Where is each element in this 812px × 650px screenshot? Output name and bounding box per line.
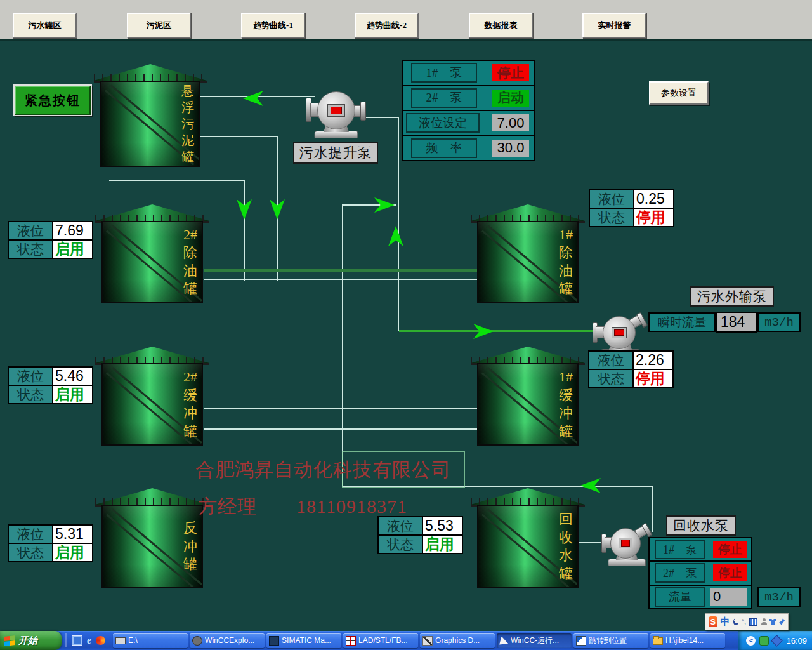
status-value: 启用 [53, 386, 92, 403]
emergency-button[interactable]: 紧急按钮 [13, 84, 92, 116]
windows-logo-icon [4, 635, 15, 646]
watermark-company: 合肥鸿昇自动化科技有限公司 [195, 457, 451, 483]
wincc-explorer-icon [192, 636, 202, 646]
transfer-pump-nameplate: 污水外输泵 [690, 286, 774, 307]
pipe [109, 180, 245, 181]
status-value: 停用 [634, 209, 673, 226]
drive-icon [115, 637, 126, 644]
pump-flange [360, 102, 366, 121]
recycle-pump1-label: 1# 泵 [655, 540, 705, 559]
nav-button-sewage-tank-area[interactable]: 污水罐区 [13, 13, 77, 38]
internet-explorer-icon[interactable]: e [87, 636, 91, 645]
nav-button-sludge-area[interactable]: 污泥区 [127, 13, 191, 38]
recycle-pump2-label: 2# 泵 [655, 563, 705, 583]
pipe [244, 180, 245, 281]
instant-flow-value: 184 [716, 312, 757, 333]
taskbar-task-lad-stl-fbd[interactable]: LAD/STL/FB... [343, 633, 418, 648]
instant-flow-unit: m3/h [757, 312, 801, 332]
level-panel-deoiler-1: 液位 0.25 状态 停用 [589, 189, 674, 227]
level-setpoint-field[interactable]: 7.00 [492, 114, 529, 131]
level-value: 5.53 [423, 517, 462, 534]
tank-buffer-2: 2# 缓 冲 罐 [102, 345, 203, 446]
show-desktop-icon[interactable] [72, 635, 82, 646]
tray-network-icon[interactable] [771, 635, 783, 646]
simatic-icon [269, 636, 279, 646]
media-app-icon[interactable] [96, 636, 105, 645]
flow-arrow-left-icon [243, 91, 263, 106]
status-label: 状态 [590, 209, 634, 226]
nav-button-realtime-alarm[interactable]: 实时报警 [582, 13, 646, 38]
panel-row: 液位设定 7.00 [403, 111, 534, 136]
parameter-settings-button[interactable]: 参数设置 [649, 81, 709, 105]
pipe [204, 408, 477, 409]
tank-label: 反 冲 罐 [181, 519, 200, 574]
lift-pump-control-panel: 1# 泵 停止 2# 泵 启动 液位设定 7.00 频 率 30.0 [402, 60, 535, 161]
sogou-ime-icon[interactable]: S [709, 616, 717, 627]
account-icon[interactable] [761, 618, 766, 625]
recycle-flow-value: 0 [710, 588, 747, 606]
start-button[interactable]: 开始 [0, 631, 62, 650]
status-label: 状态 [589, 370, 634, 387]
panel-row: 1# 泵 停止 [403, 61, 534, 86]
pipe [342, 204, 343, 487]
tank-suspended-sludge: 悬 浮 污 泥 罐 [100, 63, 200, 167]
soft-keyboard-icon[interactable] [749, 618, 757, 626]
level-panel-recycle-water: 液位 5.53 状态 启用 [377, 516, 463, 554]
skin-icon[interactable] [769, 619, 776, 625]
watermark-contact: 方经理 18110918371 [198, 494, 407, 520]
tank-label: 回 收 水 罐 [556, 510, 575, 583]
nav-button-trend-curve-1[interactable]: 趋势曲线-1 [241, 13, 305, 38]
taskbar-task-wincc-runtime[interactable]: WinCC-运行... [497, 633, 572, 648]
emergency-button-label: 紧急按钮 [15, 86, 91, 115]
wincc-runtime-icon [499, 637, 508, 645]
scada-screen: 污水罐区 污泥区 趋势曲线-1 趋势曲线-2 数据报表 实时报警 紧急按钮 参数… [0, 0, 812, 650]
panel-row: 2# 泵 启动 [403, 86, 534, 112]
tank-body: 2# 缓 冲 罐 [102, 363, 203, 446]
level-label: 液位 [589, 352, 634, 369]
taskbar-task-graphics-designer[interactable]: Graphics D... [420, 633, 495, 648]
tank-label: 2# 缓 冲 罐 [181, 368, 200, 441]
frequency-field[interactable]: 30.0 [492, 140, 529, 157]
hide-icons-chevron[interactable]: < [746, 636, 756, 646]
recycle-pump2-status-button[interactable]: 停止 [713, 564, 747, 581]
language-mode-indicator[interactable]: 中 [721, 616, 730, 628]
punctuation-mode-icon[interactable]: °, [742, 618, 746, 625]
tank-label: 2# 除 油 罐 [181, 225, 200, 298]
tank-backwash: 反 冲 罐 [102, 487, 203, 588]
quick-launch: e [72, 635, 105, 646]
status-value: 启用 [53, 241, 92, 258]
tray-status-icon[interactable] [759, 636, 769, 646]
taskbar-task-simatic-manager[interactable]: SIMATIC Ma... [266, 633, 341, 648]
tank-deoiler-2: 2# 除 油 罐 [102, 203, 203, 303]
recycle-pump[interactable] [603, 524, 651, 566]
level-label: 液位 [9, 222, 53, 239]
windows-taskbar: 开始 e E:\ WinCCExplo... SIMATIC Ma... LAD… [0, 631, 812, 650]
taskbar-task-drive-e[interactable]: E:\ [113, 633, 188, 648]
pump2-status-button[interactable]: 启动 [492, 90, 529, 107]
fullwidth-mode-icon[interactable] [733, 618, 739, 625]
panel-row: 1# 泵 停止 [650, 538, 751, 562]
tank-body: 1# 除 油 罐 [477, 221, 579, 303]
recycle-pump1-status-button[interactable]: 停止 [713, 541, 747, 558]
folder-icon [653, 637, 663, 645]
taskbar-task-jump-to-location[interactable]: 跳转到位置 [573, 633, 648, 648]
pump1-status-button[interactable]: 停止 [492, 64, 529, 81]
pump-status-indicator [619, 538, 632, 548]
instant-flow-label: 瞬时流量 [648, 312, 716, 332]
tank-label: 1# 除 油 罐 [556, 225, 575, 298]
ime-language-bar: S 中 °, [705, 613, 789, 630]
level-panel-buffer-1: 液位 2.26 状态 停用 [588, 350, 674, 388]
recycle-pump-control-panel: 1# 泵 停止 2# 泵 停止 流量 0 [648, 537, 752, 609]
level-label: 液位 [590, 190, 634, 208]
nav-button-trend-curve-2[interactable]: 趋势曲线-2 [355, 13, 419, 38]
pipe [204, 428, 477, 430]
ime-settings-icon[interactable] [779, 618, 785, 625]
tank-body: 1# 缓 冲 罐 [477, 363, 579, 446]
taskbar-task-wincc-explorer[interactable]: WinCCExplo... [190, 633, 265, 648]
recycle-pump-nameplate: 回收水泵 [666, 515, 736, 536]
nav-button-data-report[interactable]: 数据报表 [469, 13, 533, 38]
status-label: 状态 [9, 544, 53, 561]
taskbar-task-folder-h[interactable]: H:\jibei14... [650, 633, 725, 648]
lift-pump[interactable] [308, 89, 364, 138]
tank-body: 回 收 水 罐 [477, 505, 579, 588]
